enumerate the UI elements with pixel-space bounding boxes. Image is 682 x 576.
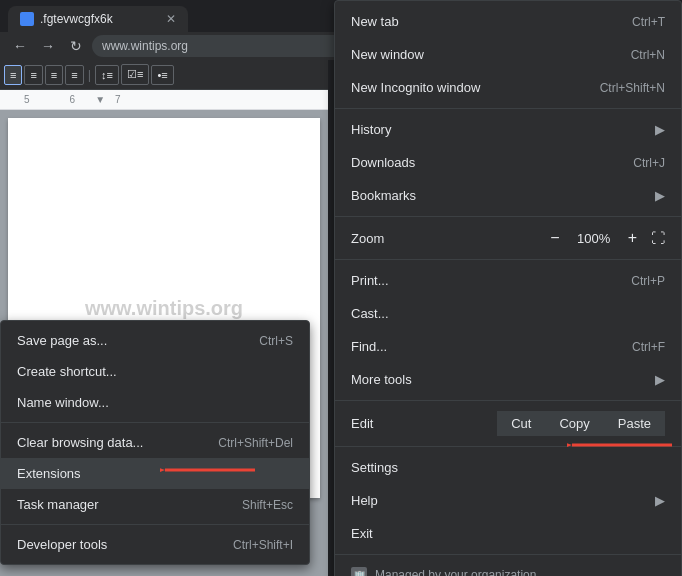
align-right-button[interactable]: ≡ [45,65,63,85]
doc-watermark: www.wintips.org [85,297,243,320]
doc-formatting-bar: ≡ ≡ ≡ ≡ | ↕≡ ☑≡ •≡ [0,60,328,90]
developer-tools-label: Developer tools [17,537,107,552]
new-incognito-shortcut: Ctrl+Shift+N [600,81,665,95]
exit-label: Exit [351,526,373,541]
cast-item[interactable]: Cast... [335,297,681,330]
name-window-label: Name window... [17,395,109,410]
new-incognito-label: New Incognito window [351,80,480,95]
cut-button[interactable]: Cut [497,411,545,436]
cast-label: Cast... [351,306,389,321]
document-ruler: 5 6 ▼ 7 [0,90,328,110]
downloads-shortcut: Ctrl+J [633,156,665,170]
save-page-as-label: Save page as... [17,333,107,348]
task-manager-shortcut: Shift+Esc [242,498,293,512]
help-label: Help [351,493,378,508]
reload-button[interactable]: ↻ [64,34,88,58]
history-arrow-icon: ▶ [655,122,665,137]
extensions-arrow [160,455,260,485]
more-tools-arrow-icon: ▶ [655,372,665,387]
help-arrow-icon: ▶ [655,493,665,508]
tab-favicon [20,12,34,26]
managed-by-org-row: 🏢 Managed by your organization [335,559,681,576]
help-item[interactable]: Help ▶ [335,484,681,517]
bookmarks-item[interactable]: Bookmarks ▶ [335,179,681,212]
edit-label: Edit [351,416,497,431]
address-text: www.wintips.org [102,39,188,53]
left-menu-separator-2 [1,524,309,525]
zoom-out-button[interactable]: − [544,227,565,249]
justify-button[interactable]: ≡ [65,65,83,85]
menu-sep-2 [335,216,681,217]
print-item[interactable]: Print... Ctrl+P [335,264,681,297]
new-tab-item[interactable]: New tab Ctrl+T [335,5,681,38]
menu-sep-6 [335,554,681,555]
history-label: History [351,122,391,137]
managed-by-org-label: Managed by your organization [375,568,536,576]
extensions-label: Extensions [17,466,81,481]
forward-button[interactable]: → [36,34,60,58]
menu-sep-3 [335,259,681,260]
bullet-list-button[interactable]: •≡ [151,65,173,85]
align-center-button[interactable]: ≡ [24,65,42,85]
create-shortcut-label: Create shortcut... [17,364,117,379]
create-shortcut-item[interactable]: Create shortcut... [1,356,309,387]
bookmarks-arrow-icon: ▶ [655,188,665,203]
downloads-label: Downloads [351,155,415,170]
fullscreen-button[interactable]: ⛶ [651,230,665,246]
print-shortcut: Ctrl+P [631,274,665,288]
menu-sep-1 [335,108,681,109]
save-page-as-shortcut: Ctrl+S [259,334,293,348]
find-label: Find... [351,339,387,354]
checklist-button[interactable]: ☑≡ [121,64,149,85]
task-manager-label: Task manager [17,497,99,512]
zoom-value: 100% [574,231,614,246]
zoom-in-button[interactable]: + [622,227,643,249]
new-incognito-item[interactable]: New Incognito window Ctrl+Shift+N [335,71,681,104]
zoom-label: Zoom [351,231,544,246]
left-context-menu: Save page as... Ctrl+S Create shortcut..… [0,320,310,565]
new-window-item[interactable]: New window Ctrl+N [335,38,681,71]
save-page-as-item[interactable]: Save page as... Ctrl+S [1,325,309,356]
managed-icon: 🏢 [351,567,367,576]
menu-sep-4 [335,400,681,401]
find-item[interactable]: Find... Ctrl+F [335,330,681,363]
more-tools-label: More tools [351,372,412,387]
new-tab-shortcut: Ctrl+T [632,15,665,29]
clear-browsing-data-item[interactable]: Clear browsing data... Ctrl+Shift+Del [1,427,309,458]
tab-close-button[interactable]: ✕ [166,12,176,26]
new-window-label: New window [351,47,424,62]
developer-tools-item[interactable]: Developer tools Ctrl+Shift+I [1,529,309,560]
back-button[interactable]: ← [8,34,32,58]
tab-title: .fgtevwcgfx6k [40,12,113,26]
new-tab-label: New tab [351,14,399,29]
exit-item[interactable]: Exit [335,517,681,550]
settings-arrow [567,430,677,460]
downloads-item[interactable]: Downloads Ctrl+J [335,146,681,179]
new-window-shortcut: Ctrl+N [631,48,665,62]
line-spacing-button[interactable]: ↕≡ [95,65,119,85]
more-tools-item[interactable]: More tools ▶ [335,363,681,396]
clear-browsing-data-label: Clear browsing data... [17,435,143,450]
left-menu-separator-1 [1,422,309,423]
name-window-item[interactable]: Name window... [1,387,309,418]
active-tab[interactable]: .fgtevwcgfx6k ✕ [8,6,188,32]
extensions-item[interactable]: Extensions [1,458,309,489]
history-item[interactable]: History ▶ [335,113,681,146]
settings-label: Settings [351,460,398,475]
align-left-button[interactable]: ≡ [4,65,22,85]
clear-browsing-data-shortcut: Ctrl+Shift+Del [218,436,293,450]
chrome-dropdown-menu: New tab Ctrl+T New window Ctrl+N New Inc… [334,0,682,576]
zoom-controls: − 100% + ⛶ [544,227,665,249]
zoom-row: Zoom − 100% + ⛶ [335,221,681,255]
task-manager-item[interactable]: Task manager Shift+Esc [1,489,309,520]
print-label: Print... [351,273,389,288]
bookmarks-label: Bookmarks [351,188,416,203]
find-shortcut: Ctrl+F [632,340,665,354]
developer-tools-shortcut: Ctrl+Shift+I [233,538,293,552]
